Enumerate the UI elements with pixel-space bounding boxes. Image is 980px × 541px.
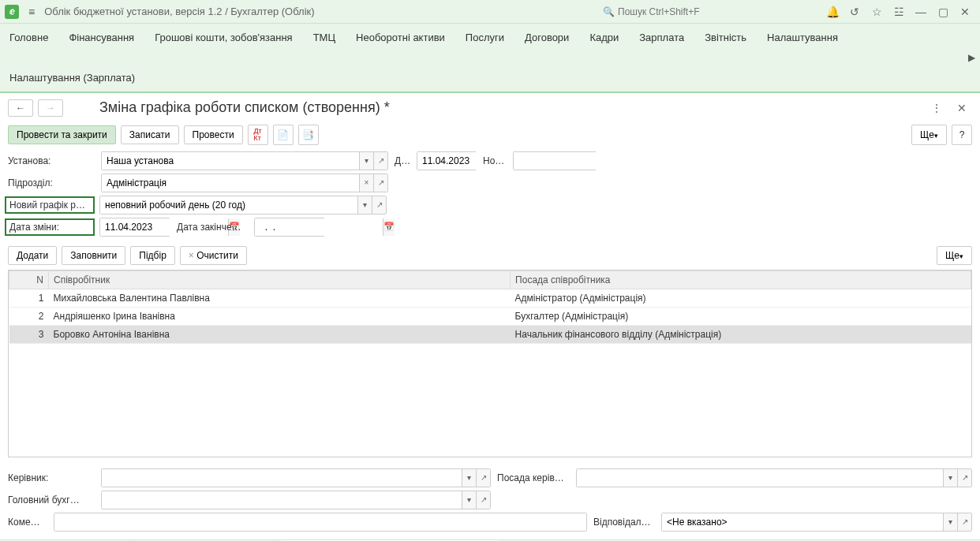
- search-icon: 🔍: [603, 6, 615, 17]
- maximize-icon[interactable]: ▢: [933, 2, 953, 22]
- enddate-input[interactable]: [255, 218, 383, 236]
- page-close-icon[interactable]: ✕: [952, 98, 972, 118]
- menu-assets[interactable]: Необоротні активи: [356, 28, 445, 47]
- comment-label: Коме…: [8, 517, 47, 528]
- table-row[interactable]: 3 Боровко Антоніна Іванівна Начальник фі…: [9, 325, 971, 343]
- dropdown-icon[interactable]: ▾: [357, 196, 372, 214]
- head-input[interactable]: [102, 469, 462, 487]
- help-icon[interactable]: ?: [952, 125, 972, 145]
- cell-emp: Михайловська Валентина Павлівна: [49, 289, 511, 307]
- open-icon[interactable]: ↗: [372, 196, 386, 214]
- cell-emp: Андріяшенко Ірина Іванівна: [49, 307, 511, 325]
- acct-label: Головний бухг…: [8, 494, 95, 506]
- open-icon[interactable]: ↗: [476, 469, 490, 487]
- main-menu: Головне Фінансування Грошові кошти, зобо…: [0, 24, 980, 93]
- bell-icon[interactable]: 🔔: [822, 2, 843, 22]
- menu-main[interactable]: Головне: [9, 28, 48, 47]
- head-label: Керівник:: [8, 472, 95, 483]
- nav-back-button[interactable]: ←: [8, 99, 33, 117]
- post-close-button[interactable]: Провести та закрити: [8, 125, 116, 144]
- table-row[interactable]: 2 Андріяшенко Ірина Іванівна Бухгалтер (…: [9, 307, 971, 325]
- cell-pos: Начальник фінансового відділу (Адміністр…: [511, 325, 971, 343]
- cell-n: 1: [9, 289, 49, 307]
- history-icon[interactable]: ↺: [844, 2, 865, 22]
- cell-emp: Боровко Антоніна Іванівна: [49, 325, 511, 343]
- minimize-icon[interactable]: —: [911, 2, 931, 22]
- menu-settings[interactable]: Налаштування: [767, 28, 838, 47]
- org-label: Установа:: [8, 155, 95, 166]
- save-button[interactable]: Записати: [121, 125, 179, 144]
- kebab-icon[interactable]: ⋮: [926, 98, 947, 118]
- open-icon[interactable]: ↗: [373, 174, 387, 192]
- open-icon[interactable]: ↗: [373, 152, 387, 170]
- menu-hr[interactable]: Кадри: [589, 28, 619, 47]
- close-icon[interactable]: ✕: [955, 2, 975, 22]
- newsched-label: Новий графік ро…: [9, 200, 90, 211]
- app-logo: ⅇ: [5, 5, 19, 19]
- clear-button[interactable]: × Очистити: [180, 246, 247, 265]
- col-n[interactable]: N: [9, 270, 49, 289]
- menu-salary-settings[interactable]: Налаштування (Зарплата): [9, 69, 135, 87]
- menu-reports[interactable]: Звітність: [705, 28, 746, 47]
- dropdown-icon[interactable]: ▾: [943, 513, 957, 531]
- menu-contracts[interactable]: Договори: [525, 28, 569, 47]
- menu-cash[interactable]: Грошові кошти, зобов'язання: [155, 28, 293, 48]
- dropdown-icon[interactable]: ▾: [462, 469, 476, 487]
- print-icon[interactable]: 📑: [298, 125, 319, 145]
- open-icon[interactable]: ↗: [476, 491, 490, 509]
- page-title: Зміна графіка роботи списком (створення)…: [99, 99, 922, 116]
- clear-icon[interactable]: ×: [359, 174, 373, 192]
- head-pos-label: Посада керів…: [497, 472, 570, 483]
- app-title: Облік бюджетної установи, версія 1.2 / Б…: [44, 6, 592, 17]
- dept-input[interactable]: [102, 174, 359, 192]
- open-icon[interactable]: ↗: [957, 469, 971, 487]
- table-more-button[interactable]: Ще▾: [937, 246, 972, 265]
- newsched-input[interactable]: [100, 196, 357, 214]
- menu-tmc[interactable]: ТМЦ: [313, 28, 335, 47]
- open-icon[interactable]: ↗: [957, 513, 971, 531]
- acct-input[interactable]: [102, 491, 462, 509]
- post-button[interactable]: Провести: [184, 125, 243, 144]
- enddate-label: Дата закінче…: [177, 222, 248, 233]
- menu-services[interactable]: Послуги: [466, 28, 504, 47]
- fill-button[interactable]: Заповнити: [62, 246, 125, 265]
- menu-finance[interactable]: Фінансування: [69, 28, 134, 47]
- dept-label: Підрозділ:: [8, 177, 95, 188]
- col-pos[interactable]: Посада співробітника: [511, 270, 971, 289]
- org-input[interactable]: [102, 152, 359, 170]
- search-input[interactable]: [618, 6, 811, 17]
- select-button[interactable]: Підбір: [130, 246, 175, 265]
- num-input[interactable]: [514, 152, 641, 170]
- resp-label: Відповідал…: [593, 517, 655, 528]
- more-button[interactable]: Ще▾: [911, 125, 947, 145]
- dropdown-icon[interactable]: ▾: [462, 491, 476, 509]
- table-row[interactable]: 1 Михайловська Валентина Павлівна Адміні…: [9, 289, 971, 307]
- cell-pos: Адміністратор (Адміністрація): [511, 289, 971, 307]
- calendar-icon[interactable]: 📅: [383, 218, 395, 236]
- head-pos-input[interactable]: [577, 469, 943, 487]
- star-icon[interactable]: ☆: [866, 2, 887, 22]
- cell-n: 3: [9, 325, 49, 343]
- nav-forward-button: →: [38, 99, 63, 117]
- document-icon[interactable]: 📄: [273, 125, 294, 145]
- cell-n: 2: [9, 307, 49, 325]
- num-label: Но…: [483, 155, 507, 166]
- dropdown-icon[interactable]: ▾: [943, 469, 957, 487]
- add-button[interactable]: Додати: [8, 246, 57, 265]
- menu-salary[interactable]: Зарплата: [639, 28, 684, 47]
- cell-pos: Бухгалтер (Адміністрація): [511, 307, 971, 325]
- dtct-icon[interactable]: ДтКт: [248, 125, 268, 145]
- panel-icon[interactable]: ☳: [888, 2, 909, 22]
- dropdown-icon[interactable]: ▾: [359, 152, 373, 170]
- col-emp[interactable]: Співробітник: [49, 270, 511, 289]
- employee-table[interactable]: N Співробітник Посада співробітника 1 Ми…: [8, 270, 972, 457]
- date-label: Д…: [395, 155, 410, 166]
- search-bar[interactable]: 🔍: [597, 5, 817, 19]
- menu-more-icon[interactable]: ▶: [968, 52, 975, 63]
- changedate-label: Дата зміни:: [9, 222, 90, 233]
- resp-input[interactable]: [662, 513, 943, 531]
- comment-input[interactable]: [54, 513, 586, 531]
- hamburger-icon[interactable]: ≡: [24, 4, 39, 20]
